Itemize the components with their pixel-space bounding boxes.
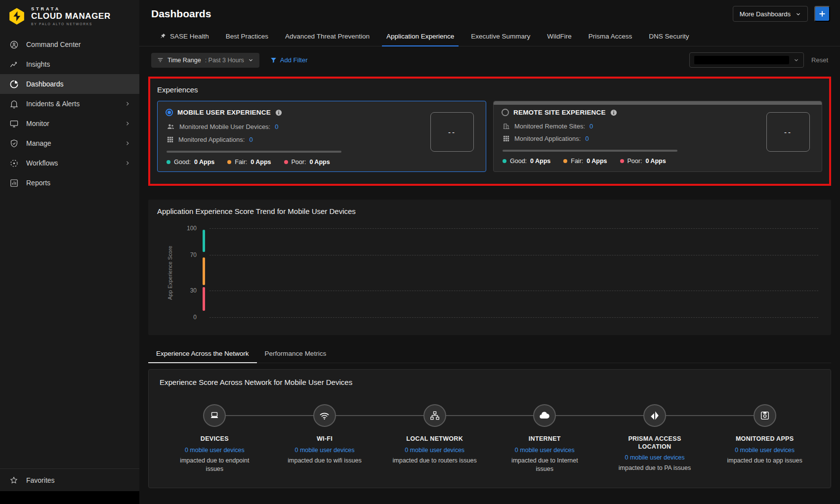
metric-value-link[interactable]: 0 xyxy=(275,123,278,130)
sidebar-item-manage[interactable]: Manage xyxy=(0,133,139,153)
filter-bar: Time Range : Past 3 Hours Add Filter Res… xyxy=(139,46,840,73)
node-description: impacted due to endpoint issues xyxy=(172,457,257,473)
dashboard-filter-select[interactable] xyxy=(689,52,804,68)
brand-logo[interactable]: STRATA CLOUD MANAGER BY PALO ALTO NETWOR… xyxy=(0,0,139,31)
sidebar-item-favorites[interactable]: Favorites xyxy=(0,468,139,491)
filter-right-group: Reset xyxy=(689,52,828,68)
sidebar-item-command-center[interactable]: Command Center xyxy=(0,35,139,54)
sidebar-item-reports[interactable]: Reports xyxy=(0,173,139,193)
node-description: impacted due to Internet issues xyxy=(502,457,587,473)
node-device-count-link[interactable]: 0 mobile user devices xyxy=(295,447,355,454)
legend-value: 0 Apps xyxy=(309,159,330,166)
alerts-bell-icon xyxy=(9,99,19,109)
tab-best-practices[interactable]: Best Practices xyxy=(217,28,277,46)
dashboards-icon xyxy=(9,79,19,89)
good-score-band xyxy=(203,230,205,252)
mobile-user-experience-card[interactable]: MOBILE USER EXPERIENCE Monitored Mobile … xyxy=(157,101,486,172)
tab-wildfire[interactable]: WildFire xyxy=(539,28,580,46)
add-filter-button[interactable]: Add Filter xyxy=(270,56,308,64)
tab-performance-metrics[interactable]: Performance Metrics xyxy=(257,345,335,363)
tab-dns-security[interactable]: DNS Security xyxy=(640,28,697,46)
node-label: LOCAL NETWORK xyxy=(406,435,463,443)
node-label: WI-FI xyxy=(317,435,333,443)
poor-dot-icon xyxy=(620,159,624,163)
tab-executive-summary[interactable]: Executive Summary xyxy=(462,28,539,46)
command-center-icon xyxy=(9,40,19,49)
network-node-wifi: WI-FI 0 mobile user devices impacted due… xyxy=(270,404,380,473)
y-axis-label: App Experience Score xyxy=(167,246,173,299)
tab-label: Executive Summary xyxy=(471,33,530,40)
gridline xyxy=(210,255,818,255)
apps-legend: Good:0 Apps Fair:0 Apps Poor:0 Apps xyxy=(503,158,814,165)
metric-value-link[interactable]: 0 xyxy=(249,136,252,143)
header-actions: More Dashboards xyxy=(733,6,830,22)
apps-grid-icon xyxy=(503,135,510,142)
network-path: DEVICES 0 mobile user devices impacted d… xyxy=(160,404,820,473)
network-node-prisma-access: PRISMA ACCESS LOCATION 0 mobile user dev… xyxy=(600,404,710,473)
sidebar-nav: Command Center Insights Dashboards Incid… xyxy=(0,35,139,193)
mobile-experience-radio[interactable] xyxy=(166,109,173,116)
node-device-count-link[interactable]: 0 mobile user devices xyxy=(625,454,685,461)
node-label: MONITORED APPS xyxy=(736,435,794,443)
y-tick: 70 xyxy=(179,252,197,258)
network-experience-card: Experience Score Across Network for Mobi… xyxy=(148,369,831,488)
tab-application-experience[interactable]: Application Experience xyxy=(378,28,462,46)
metric-value-link[interactable]: 0 xyxy=(589,123,593,130)
tab-label: Performance Metrics xyxy=(265,350,327,357)
node-device-count-link[interactable]: 0 mobile user devices xyxy=(405,447,464,454)
y-tick: 0 xyxy=(179,314,197,321)
sidebar-item-label: Reports xyxy=(26,179,50,187)
info-icon[interactable] xyxy=(610,109,617,116)
brand-line2: CLOUD MANAGER xyxy=(31,11,111,21)
sidebar-item-insights[interactable]: Insights xyxy=(0,54,139,74)
time-range-filter[interactable]: Time Range : Past 3 Hours xyxy=(151,53,259,68)
metric-value-link[interactable]: 0 xyxy=(585,135,588,142)
chevron-down-icon xyxy=(794,57,799,63)
y-tick: 100 xyxy=(179,225,197,232)
sidebar-item-dashboards[interactable]: Dashboards xyxy=(0,74,139,94)
legend-label: Poor: xyxy=(292,159,306,166)
more-dashboards-button[interactable]: More Dashboards xyxy=(733,6,808,22)
node-device-count-link[interactable]: 0 mobile user devices xyxy=(185,447,245,454)
poor-dot-icon xyxy=(284,160,288,164)
sidebar-item-monitor[interactable]: Monitor xyxy=(0,114,139,133)
apps-distribution-bar xyxy=(503,150,677,152)
tab-advanced-threat-prevention[interactable]: Advanced Threat Prevention xyxy=(277,28,378,46)
tab-sase-health[interactable]: SASE Health xyxy=(151,28,217,46)
node-device-count-link[interactable]: 0 mobile user devices xyxy=(735,447,795,454)
users-icon xyxy=(167,123,175,131)
tab-experience-across-network[interactable]: Experience Across the Network xyxy=(148,345,257,363)
horizontal-scrollbar[interactable] xyxy=(494,101,822,105)
node-device-count-link[interactable]: 0 mobile user devices xyxy=(515,447,575,454)
add-dashboard-button[interactable] xyxy=(814,6,830,22)
network-hierarchy-icon xyxy=(423,404,446,427)
chevron-right-icon xyxy=(125,160,130,166)
star-icon xyxy=(9,475,19,485)
tab-label: Advanced Threat Prevention xyxy=(285,33,370,40)
sidebar-item-incidents-alerts[interactable]: Incidents & Alerts xyxy=(0,94,139,114)
sidebar-item-label: Monitor xyxy=(26,120,49,127)
gridline xyxy=(210,317,818,318)
legend-label: Fair: xyxy=(235,159,247,166)
tab-prisma-access[interactable]: Prisma Access xyxy=(580,28,641,46)
remote-site-experience-card[interactable]: REMOTE SITE EXPERIENCE Monitored Remote … xyxy=(493,101,822,172)
pin-icon xyxy=(160,33,166,40)
fair-dot-icon xyxy=(227,160,231,164)
experiences-section-highlighted: Experiences MOBILE USER EXPERIENCE Monit… xyxy=(148,77,831,186)
favorites-label: Favorites xyxy=(26,476,55,484)
legend-poor: Poor:0 Apps xyxy=(620,158,666,165)
tab-label: DNS Security xyxy=(649,33,689,40)
gridline xyxy=(210,228,818,229)
main-content: Experiences MOBILE USER EXPERIENCE Monit… xyxy=(139,73,840,504)
time-range-icon xyxy=(157,57,164,63)
network-card-title: Experience Score Across Network for Mobi… xyxy=(160,378,820,386)
building-icon xyxy=(503,123,510,130)
reset-button[interactable]: Reset xyxy=(811,56,828,64)
chevron-down-icon xyxy=(796,11,801,17)
sidebar-item-workflows[interactable]: Workflows xyxy=(0,153,139,173)
sidebar-item-label: Workflows xyxy=(26,159,58,167)
info-icon[interactable] xyxy=(275,109,282,116)
remote-site-radio[interactable] xyxy=(502,109,509,116)
insights-icon xyxy=(9,59,19,69)
chevron-down-icon xyxy=(248,57,253,63)
